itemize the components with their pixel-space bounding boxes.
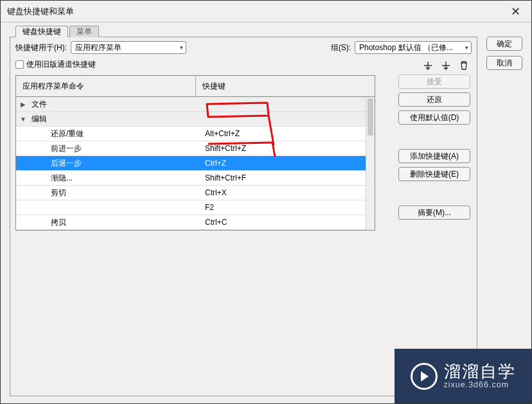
group-label: 编辑 [30,114,196,125]
cmd-label: 后退一步 [49,158,201,169]
side-buttons: 接受 还原 使用默认值(D) 添加快捷键(A) 删除快捷键(E) 摘要(M)..… [398,75,470,220]
cmd-shortcut: Ctrl+X [201,188,366,197]
save-set-as-icon[interactable] [439,59,452,72]
list-item[interactable]: F2 [16,200,366,215]
tabs: 键盘快捷键 菜单 [15,26,100,37]
list-body: ▶ 文件 ▼ 编辑 还原/重做 [15,97,375,231]
watermark: 溜溜自学 zixue.3d66.com [395,349,531,403]
chevron-updown-icon: ▾ [465,44,468,51]
list-item[interactable]: 渐隐... Shift+Ctrl+F [16,171,366,186]
tab-shortcuts[interactable]: 键盘快捷键 [15,26,68,37]
use-default-button[interactable]: 使用默认值(D) [398,110,470,125]
dialog-right-buttons: 确定 取消 [486,37,522,75]
accept-button[interactable]: 接受 [398,75,470,89]
cmd-label: 剪切 [49,188,201,198]
cmd-label: 还原/重做 [49,128,201,139]
tab-menus[interactable]: 菜单 [69,26,99,37]
watermark-title: 溜溜自学 [444,363,516,380]
cmd-shortcut: Ctrl+Z [201,159,366,168]
cancel-button[interactable]: 取消 [486,56,522,70]
shortcuts-for-select[interactable]: 应用程序菜单 ▾ [71,41,186,54]
window-title: 键盘快捷键和菜单 [7,6,506,17]
set-value: Photoshop 默认值 （已修... [359,42,453,53]
dialog-window: 键盘快捷键和菜单 ✕ 确定 取消 键盘快捷键 菜单 快捷键用于(H): 应用程序… [0,0,532,404]
undo-button[interactable]: 还原 [398,92,470,107]
cmd-shortcut: Alt+Ctrl+Z [201,129,366,138]
close-icon[interactable]: ✕ [506,4,525,19]
legacy-row: 使用旧版通道快捷键 [10,58,477,73]
cmd-label: 渐隐... [49,173,201,184]
legacy-checkbox[interactable] [15,60,24,69]
cmd-shortcut: F2 [201,203,366,212]
summary-button[interactable]: 摘要(M)... [398,206,470,220]
collapse-icon: ▼ [16,116,30,123]
legacy-label: 使用旧版通道快捷键 [26,59,96,70]
col-command: 应用程序菜单命令 [16,76,196,96]
col-shortcut: 快捷键 [196,76,375,96]
scrollbar[interactable] [366,97,375,230]
main-panel: 键盘快捷键 菜单 快捷键用于(H): 应用程序菜单 ▾ 组(S): Photos… [10,37,477,396]
toprow: 快捷键用于(H): 应用程序菜单 ▾ 组(S): Photoshop 默认值 （… [10,37,477,58]
set-label: 组(S): [331,42,351,53]
trash-icon[interactable] [457,59,470,72]
cmd-label: 拷贝 [49,217,201,228]
add-shortcut-button[interactable]: 添加快捷键(A) [398,149,470,163]
list-item[interactable]: 还原/重做 Alt+Ctrl+Z [16,127,366,141]
delete-shortcut-button[interactable]: 删除快捷键(E) [398,167,470,181]
cmd-label: 前进一步 [49,143,201,154]
save-set-icon[interactable] [421,59,434,72]
set-select[interactable]: Photoshop 默认值 （已修... ▾ [355,41,472,54]
group-row-file[interactable]: ▶ 文件 [16,97,366,112]
list-header: 应用程序菜单命令 快捷键 [15,75,375,97]
list-rows: ▶ 文件 ▼ 编辑 还原/重做 [16,97,366,230]
cmd-shortcut: Shift+Ctrl+Z [201,144,366,153]
expand-icon: ▶ [16,101,30,108]
scrollbar-thumb[interactable] [368,98,373,136]
group-label: 文件 [30,99,196,110]
list-item[interactable]: 剪切 Ctrl+X [16,186,366,200]
cmd-shortcut: Shift+Ctrl+F [201,173,366,182]
watermark-url: zixue.3d66.com [444,381,516,389]
list-item[interactable]: 拷贝 Ctrl+C [16,215,366,230]
play-icon [411,363,438,390]
group-row-edit[interactable]: ▼ 编辑 [16,112,366,127]
titlebar: 键盘快捷键和菜单 ✕ [1,1,531,22]
list-item-selected[interactable]: 后退一步 Ctrl+Z [16,156,366,171]
chevron-updown-icon: ▾ [180,44,183,51]
list-item[interactable]: 前进一步 Shift+Ctrl+Z [16,141,366,156]
cmd-shortcut: Ctrl+C [201,218,366,227]
ok-button[interactable]: 确定 [486,37,522,51]
shortcuts-for-value: 应用程序菜单 [75,42,121,53]
shortcuts-for-label: 快捷键用于(H): [15,42,67,53]
set-iconbar [421,59,470,72]
